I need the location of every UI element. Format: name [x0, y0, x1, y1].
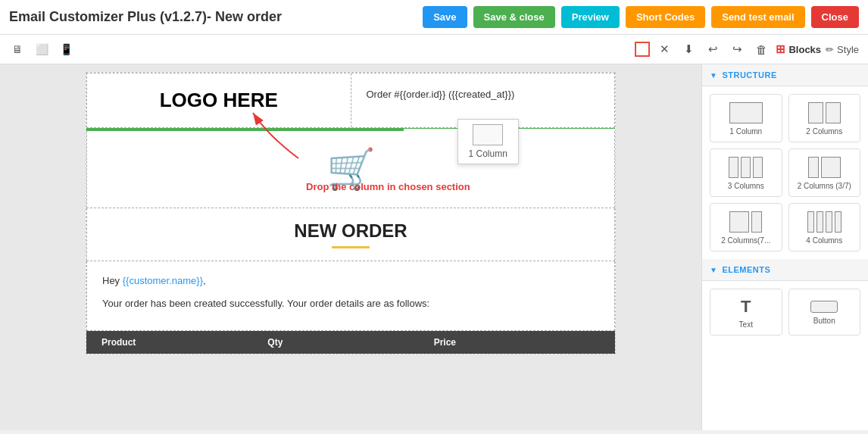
tablet-view-icon[interactable]: ⬜ — [33, 41, 50, 58]
structure-4col-item[interactable]: 4 Columns — [788, 203, 861, 251]
trash-icon[interactable]: 🗑 — [751, 39, 771, 59]
order-text: Order #{{order.id}} ({{created_at}}) — [367, 89, 515, 100]
text-element-icon: T — [741, 297, 751, 317]
customer-name-var: {{customer.name}} — [123, 275, 203, 286]
2col73-box2 — [751, 211, 762, 233]
text-element-label: Text — [739, 320, 753, 329]
blocks-grid-icon: ⊞ — [776, 42, 785, 56]
2col-box2 — [826, 102, 841, 123]
drop-arrow-svg — [238, 105, 329, 166]
email-title-section: NEW ORDER — [86, 208, 615, 261]
style-label-text: Style — [837, 44, 859, 55]
header: Email Customizer Plus (v1.2.7)- New orde… — [0, 0, 868, 35]
3col-box1 — [729, 157, 738, 178]
shortcodes-button[interactable]: Short Codes — [626, 6, 705, 28]
download-icon[interactable]: ⬇ — [679, 39, 698, 59]
blocks-tab[interactable]: ⊞ Blocks — [776, 42, 821, 56]
drag-tooltip-box — [473, 124, 503, 145]
elements-header-label: ELEMENTS — [722, 265, 770, 274]
drag-tooltip-label: 1 Column — [469, 148, 507, 159]
send-test-button[interactable]: Send test email — [711, 6, 804, 28]
2col37-label: 2 Columns (3/7) — [798, 182, 851, 190]
cross-icon[interactable]: ✕ — [654, 39, 674, 59]
structure-header-label: STRUCTURE — [722, 70, 776, 80]
drag-tooltip: 1 Column — [457, 119, 519, 164]
4col-box2 — [816, 211, 823, 233]
structure-2col73-item[interactable]: 2 Columns(7... — [710, 203, 782, 251]
structure-section-header: ▼ STRUCTURE — [702, 64, 868, 86]
element-text-item[interactable]: T Text — [710, 289, 782, 336]
structure-grid: 1 Column 2 Columns 3 Columns — [702, 86, 868, 259]
4col-box4 — [835, 211, 841, 233]
right-panel: ▼ STRUCTURE 1 Column 2 Columns — [701, 64, 868, 430]
button-element-icon — [810, 301, 838, 313]
2col-label: 2 Columns — [806, 127, 842, 136]
email-container: LOGO HERE Order #{{order.id}} ({{created… — [86, 72, 616, 354]
desktop-view-icon[interactable]: 🖥 — [9, 41, 26, 58]
save-close-button[interactable]: Save & close — [473, 6, 555, 28]
toolbar: 🖥 ⬜ 📱 ✕ ⬇ ↩ ↪ 🗑 ⊞ Blocks ✏ Style — [0, 35, 868, 64]
save-button[interactable]: Save — [423, 6, 467, 28]
email-header-row: LOGO HERE Order #{{order.id}} ({{created… — [86, 73, 615, 128]
2col37-icon — [808, 157, 841, 178]
element-button-item[interactable]: Button — [788, 289, 861, 336]
structure-3col-item[interactable]: 3 Columns — [710, 148, 782, 197]
elements-chevron-icon: ▼ — [710, 266, 717, 274]
undo-icon[interactable]: ↩ — [703, 39, 723, 59]
drop-instruction-text: Drop the column in chosen section — [306, 181, 470, 192]
2col73-icon — [729, 211, 762, 233]
2col37-box2 — [821, 157, 841, 178]
3col-box2 — [741, 157, 751, 178]
table-col-price: Price — [434, 337, 600, 348]
2col37-box1 — [808, 157, 819, 178]
mobile-view-icon[interactable]: 📱 — [58, 41, 74, 58]
email-icon-section: 🛒 — [86, 131, 615, 208]
table-col-product: Product — [101, 337, 267, 348]
button-element-label: Button — [813, 317, 835, 325]
elements-grid: T Text Button — [702, 281, 868, 343]
table-col-qty: Qty — [267, 337, 433, 348]
1col-icon — [729, 102, 763, 123]
structure-1col-item[interactable]: 1 Column — [710, 94, 782, 142]
structure-2col-item[interactable]: 2 Columns — [788, 94, 861, 142]
4col-icon — [807, 211, 841, 233]
4col-box1 — [807, 211, 814, 233]
email-body-section: Hey {{customer.name}}, Your order has be… — [86, 261, 615, 331]
selection-box-icon — [635, 42, 650, 57]
2col73-box1 — [729, 211, 749, 233]
1col-label: 1 Column — [729, 127, 762, 136]
title-underline — [332, 246, 370, 248]
structure-chevron-icon: ▼ — [710, 71, 717, 80]
body-message: Your order has been created successfully… — [102, 296, 599, 311]
email-canvas[interactable]: LOGO HERE Order #{{order.id}} ({{created… — [0, 64, 701, 430]
body-greeting: Hey {{customer.name}}, — [102, 273, 599, 289]
preview-button[interactable]: Preview — [561, 6, 620, 28]
4col-label: 4 Columns — [806, 236, 842, 245]
3col-box3 — [753, 157, 763, 178]
email-table-header: Product Qty Price — [86, 331, 615, 354]
4col-box3 — [826, 211, 832, 233]
1col-box — [729, 102, 763, 123]
2col-icon — [808, 102, 841, 123]
3col-label: 3 Columns — [728, 182, 764, 190]
2col73-label: 2 Columns(7... — [721, 236, 770, 245]
structure-2col37-item[interactable]: 2 Columns (3/7) — [788, 148, 861, 197]
redo-icon[interactable]: ↪ — [727, 39, 747, 59]
email-order-cell: Order #{{order.id}} ({{created_at}}) 1 C… — [351, 73, 615, 127]
pencil-icon: ✏ — [826, 44, 834, 55]
style-tab[interactable]: ✏ Style — [826, 44, 859, 55]
2col-box1 — [808, 102, 823, 123]
3col-icon — [729, 157, 763, 178]
page-title: Email Customizer Plus (v1.2.7)- New orde… — [9, 9, 417, 25]
close-button[interactable]: Close — [811, 6, 859, 28]
elements-section-header: ▼ ELEMENTS — [702, 259, 868, 281]
email-main-title: NEW ORDER — [99, 220, 602, 242]
main-area: LOGO HERE Order #{{order.id}} ({{created… — [0, 64, 868, 430]
blocks-label-text: Blocks — [788, 44, 821, 55]
